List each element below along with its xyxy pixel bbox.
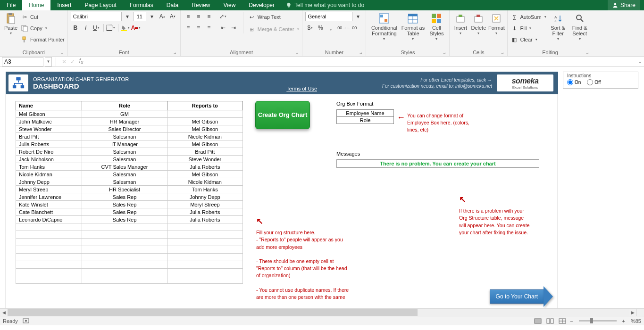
cell-empty[interactable] bbox=[16, 261, 82, 269]
cell-reports[interactable]: Meryl Streep bbox=[167, 201, 243, 208]
cell-empty[interactable] bbox=[82, 231, 167, 239]
cell-name[interactable]: Tom Hanks bbox=[16, 163, 82, 171]
col-name[interactable]: Name bbox=[16, 101, 82, 110]
cell-empty[interactable] bbox=[16, 276, 82, 284]
cell-empty[interactable] bbox=[82, 239, 167, 246]
instructions-off-radio[interactable]: Off bbox=[587, 79, 601, 85]
conditional-formatting-button[interactable]: Conditional Formatting bbox=[369, 12, 399, 41]
tab-data[interactable]: Data bbox=[160, 0, 185, 10]
zoom-level[interactable]: %85 bbox=[631, 318, 641, 324]
cell-name[interactable]: Nicole Kidman bbox=[16, 171, 82, 178]
clear-button[interactable]: ◧Clear▾ bbox=[510, 34, 546, 45]
cell-role[interactable]: Sales Rep bbox=[82, 201, 167, 208]
scroll-thumb[interactable] bbox=[8, 309, 418, 316]
macro-record-icon[interactable] bbox=[23, 317, 29, 325]
bold-button[interactable]: B bbox=[71, 23, 80, 33]
align-middle-button[interactable]: ≡ bbox=[194, 12, 203, 21]
table-row[interactable] bbox=[16, 261, 243, 269]
col-role[interactable]: Role bbox=[82, 101, 167, 110]
page-layout-view-button[interactable] bbox=[545, 317, 555, 325]
table-row[interactable]: Jack NicholsonSalesmanSteve Wonder bbox=[16, 156, 243, 163]
cell-reports[interactable]: Johnny Depp bbox=[167, 193, 243, 201]
cell-role[interactable]: Sales Rep bbox=[82, 208, 167, 216]
cell-reports[interactable]: Julia Roberts bbox=[167, 208, 243, 216]
cell-role[interactable]: Salesman bbox=[82, 178, 167, 186]
table-row[interactable]: Leonardo DiCaprioSales RepJulia Roberts bbox=[16, 216, 243, 223]
cell-reports[interactable]: Mel Gibson bbox=[167, 125, 243, 133]
cell-empty[interactable] bbox=[82, 223, 167, 231]
cancel-formula-button[interactable]: ✕ bbox=[60, 58, 68, 66]
cell-styles-button[interactable]: Cell Styles bbox=[427, 12, 446, 41]
cell-role[interactable]: Sales Rep bbox=[82, 216, 167, 223]
zoom-in-button[interactable]: + bbox=[622, 318, 625, 324]
orientation-button[interactable]: ⤢▾ bbox=[218, 12, 228, 21]
page-break-view-button[interactable] bbox=[558, 317, 567, 325]
copy-button[interactable]: Copy▾ bbox=[21, 23, 65, 33]
table-row[interactable]: Robert De NiroSalesmanBrad Pitt bbox=[16, 148, 243, 156]
cell-empty[interactable] bbox=[167, 246, 243, 254]
number-format-select[interactable] bbox=[305, 12, 352, 21]
instructions-on-radio[interactable]: On bbox=[567, 79, 581, 85]
sort-filter-button[interactable]: AZSort & Filter bbox=[548, 12, 568, 45]
fx-button[interactable]: fx bbox=[77, 58, 85, 66]
org-box-preview[interactable]: Employee Name Role bbox=[336, 109, 394, 124]
org-structure-table[interactable]: NameRoleReports to Mel GibsonGMJohn Malk… bbox=[16, 101, 243, 284]
worksheet[interactable]: ORGANIZATION CHART GENERATOR DASHBOARD T… bbox=[0, 67, 644, 316]
cell-empty[interactable] bbox=[167, 276, 243, 284]
cell-name[interactable]: Brad Pitt bbox=[16, 133, 82, 140]
cell-empty[interactable] bbox=[167, 239, 243, 246]
percent-format-button[interactable]: % bbox=[316, 23, 325, 33]
cell-empty[interactable] bbox=[16, 246, 82, 254]
number-format-dropdown[interactable]: ▾ bbox=[353, 12, 363, 21]
cut-button[interactable]: ✂Cut bbox=[21, 12, 65, 22]
table-row[interactable]: Meryl StreepHR SpecialistTom Hanks bbox=[16, 186, 243, 193]
font-size-dropdown[interactable]: ▾ bbox=[147, 12, 157, 21]
align-right-button[interactable]: ≡ bbox=[204, 23, 214, 33]
cell-empty[interactable] bbox=[82, 269, 167, 276]
table-row[interactable] bbox=[16, 239, 243, 246]
cell-name[interactable]: Cate Blanchett bbox=[16, 208, 82, 216]
align-left-button[interactable]: ≡ bbox=[184, 23, 193, 33]
table-row[interactable]: Julia RobertsIT ManagerMel Gibson bbox=[16, 140, 243, 148]
borders-button[interactable]: ▾ bbox=[106, 23, 116, 33]
cell-empty[interactable] bbox=[167, 223, 243, 231]
cell-role[interactable]: CVT Sales Manager bbox=[82, 163, 167, 171]
align-center-button[interactable]: ≡ bbox=[194, 23, 203, 33]
table-row[interactable]: Jennifer LawrenceSales RepJohnny Depp bbox=[16, 193, 243, 201]
cell-empty[interactable] bbox=[167, 261, 243, 269]
normal-view-button[interactable] bbox=[533, 317, 543, 325]
tab-home[interactable]: Home bbox=[22, 0, 50, 10]
zoom-slider[interactable] bbox=[579, 320, 617, 322]
wrap-text-button[interactable]: ↩Wrap Text bbox=[248, 12, 300, 22]
cell-name[interactable]: Leonardo DiCaprio bbox=[16, 216, 82, 223]
cell-role[interactable]: HR Specialist bbox=[82, 186, 167, 193]
comma-format-button[interactable]: , bbox=[326, 23, 335, 33]
share-button[interactable]: Share bbox=[608, 0, 640, 10]
paste-button[interactable]: Paste bbox=[3, 12, 19, 45]
cell-reports[interactable]: Nicole Kidman bbox=[167, 133, 243, 140]
decrease-decimal-button[interactable]: ←.00 bbox=[347, 23, 356, 33]
cell-name[interactable]: Julia Roberts bbox=[16, 140, 82, 148]
cell-role[interactable]: HR Manager bbox=[82, 118, 167, 125]
table-row[interactable] bbox=[16, 231, 243, 239]
tab-file[interactable]: File bbox=[0, 0, 22, 10]
decrease-indent-button[interactable]: ⇤ bbox=[218, 23, 228, 33]
find-select-button[interactable]: Find & Select bbox=[570, 12, 590, 45]
table-row[interactable]: Kate WinsletSales RepMeryl Streep bbox=[16, 201, 243, 208]
increase-font-button[interactable]: A▴ bbox=[158, 12, 167, 21]
cell-reports[interactable]: Steve Wonder bbox=[167, 156, 243, 163]
cell-empty[interactable] bbox=[16, 239, 82, 246]
format-as-table-button[interactable]: Format as Table bbox=[401, 12, 425, 41]
enter-formula-button[interactable]: ✓ bbox=[68, 58, 77, 66]
tab-review[interactable]: Review bbox=[185, 0, 217, 10]
cell-role[interactable]: Sales Rep bbox=[82, 193, 167, 201]
delete-cells-button[interactable]: Delete bbox=[470, 12, 486, 36]
font-name-dropdown[interactable]: ▾ bbox=[123, 12, 132, 21]
cell-reports[interactable]: Julia Roberts bbox=[167, 163, 243, 171]
tab-page-layout[interactable]: Page Layout bbox=[78, 0, 123, 10]
cell-name[interactable]: Steve Wonder bbox=[16, 125, 82, 133]
table-row[interactable]: Nicole KidmanSalesmanMel Gibson bbox=[16, 171, 243, 178]
table-row[interactable]: Johnny DeppSalesmanNicole Kidman bbox=[16, 178, 243, 186]
align-top-button[interactable]: ≡ bbox=[184, 12, 193, 21]
cell-name[interactable]: Johnny Depp bbox=[16, 178, 82, 186]
